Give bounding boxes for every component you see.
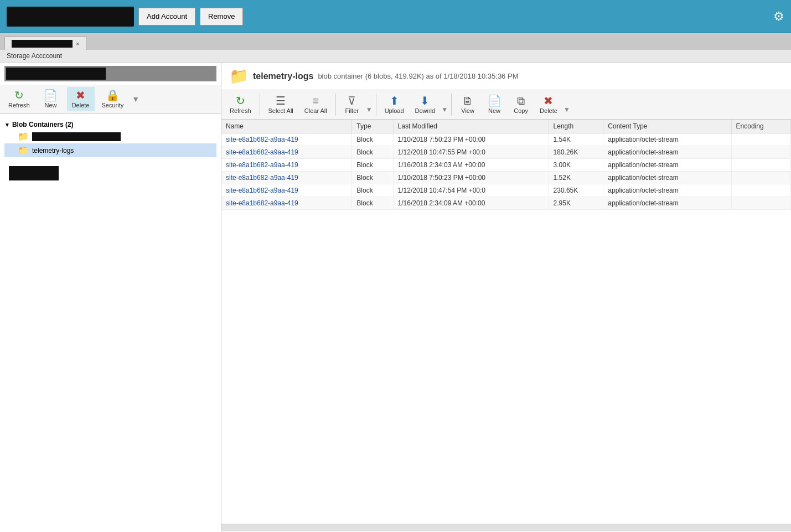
new-button-right[interactable]: 📄 New <box>482 92 507 117</box>
toolbar-separator-3 <box>376 94 376 116</box>
cell-lastmodified: 1/12/2018 10:47:54 PM +00:0 <box>393 184 549 197</box>
new-icon-right: 📄 <box>488 95 502 106</box>
table-row[interactable]: site-e8a1b682-a9aa-419 Block 1/16/2018 2… <box>221 197 791 210</box>
main-layout: ↻ Refresh 📄 New ✖ Delete 🔒 Security ▼ ▼ <box>0 63 791 531</box>
table-body: site-e8a1b682-a9aa-419 Block 1/10/2018 7… <box>221 133 791 210</box>
cell-length: 1.54K <box>549 133 603 146</box>
delete-dropdown-arrow[interactable]: ▼ <box>563 106 570 113</box>
col-header-encoding[interactable]: Encoding <box>731 120 790 133</box>
cell-type: Block <box>352 184 393 197</box>
left-search-area <box>4 66 216 81</box>
left-toolbar: ↻ Refresh 📄 New ✖ Delete 🔒 Security ▼ <box>0 85 221 114</box>
new-label-left: New <box>45 102 57 109</box>
cell-encoding <box>731 197 790 210</box>
tab-account-label <box>12 40 73 48</box>
refresh-button-left[interactable]: ↻ Refresh <box>3 87 35 111</box>
add-account-button[interactable]: Add Account <box>138 8 195 25</box>
table-row[interactable]: site-e8a1b682-a9aa-419 Block 1/16/2018 2… <box>221 159 791 172</box>
copy-label: Copy <box>514 107 528 114</box>
container-folder-icon: 📁 <box>229 67 249 85</box>
new-button-left[interactable]: 📄 New <box>37 87 65 111</box>
col-header-length[interactable]: Length <box>549 120 603 133</box>
col-header-name[interactable]: Name <box>221 120 352 133</box>
download-dropdown-arrow[interactable]: ▼ <box>441 106 448 113</box>
upload-icon: ⬆ <box>390 95 399 106</box>
cell-encoding <box>731 133 790 146</box>
toolbar-separator-2 <box>335 94 336 116</box>
collapse-arrow: ▼ <box>4 122 10 128</box>
cell-lastmodified: 1/12/2018 10:47:55 PM +00:0 <box>393 146 549 159</box>
cell-type: Block <box>352 133 393 146</box>
view-button[interactable]: 🗎 View <box>455 92 480 117</box>
container-meta: blob container (6 blobs, 419.92K) as of … <box>318 72 518 80</box>
cell-encoding <box>731 159 790 172</box>
upload-button[interactable]: ⬆ Upload <box>380 92 409 117</box>
toolbar-separator-1 <box>260 94 260 116</box>
filter-button[interactable]: ⊽ Filter <box>339 92 365 117</box>
filter-label: Filter <box>345 107 359 114</box>
col-header-lastmodified[interactable]: Last Modified <box>393 120 549 133</box>
table-header: Name Type Last Modified Length Content T… <box>221 120 791 133</box>
folder-icon-1: 📁 <box>18 131 29 142</box>
blob-containers-header[interactable]: ▼ Blob Containers (2) <box>4 120 216 130</box>
copy-button[interactable]: ⧉ Copy <box>508 92 534 117</box>
cell-contenttype: application/octet-stream <box>603 159 731 172</box>
horizontal-scrollbar[interactable] <box>221 524 791 531</box>
container-header: 📁 telemetry-logs blob container (6 blobs… <box>221 63 791 90</box>
cell-lastmodified: 1/10/2018 7:50:23 PM +00:00 <box>393 172 549 184</box>
cell-length: 230.65K <box>549 184 603 197</box>
account-tab[interactable]: × <box>4 37 86 50</box>
cell-encoding <box>731 172 790 184</box>
clear-all-button[interactable]: ≡ Clear All <box>299 92 332 117</box>
table-row[interactable]: site-e8a1b682-a9aa-419 Block 1/10/2018 7… <box>221 133 791 146</box>
cell-length: 180.26K <box>549 146 603 159</box>
tree-item-name-1 <box>32 132 121 141</box>
table-row[interactable]: site-e8a1b682-a9aa-419 Block 1/12/2018 1… <box>221 146 791 159</box>
table-row[interactable]: site-e8a1b682-a9aa-419 Block 1/10/2018 7… <box>221 172 791 184</box>
search-input[interactable] <box>6 68 106 80</box>
tree-item-redacted[interactable]: 📁 <box>4 130 216 143</box>
cell-type: Block <box>352 172 393 184</box>
copy-icon: ⧉ <box>517 95 525 106</box>
cell-length: 1.52K <box>549 172 603 184</box>
cell-lastmodified: 1/16/2018 2:34:09 AM +00:00 <box>393 197 549 210</box>
cell-name: site-e8a1b682-a9aa-419 <box>221 172 352 184</box>
download-button[interactable]: ⬇ Downld <box>410 92 441 117</box>
refresh-button-right[interactable]: ↻ Refresh <box>225 92 256 117</box>
tab-close-button[interactable]: × <box>76 40 79 47</box>
settings-icon[interactable]: ⚙ <box>773 9 784 24</box>
cell-type: Block <box>352 159 393 172</box>
account-selector[interactable] <box>7 7 134 27</box>
blob-table-scroll[interactable]: Name Type Last Modified Length Content T… <box>221 120 791 524</box>
cell-name: site-e8a1b682-a9aa-419 <box>221 159 352 172</box>
tree-item-telemetry[interactable]: 📁 telemetry-logs <box>4 143 216 157</box>
col-header-contenttype[interactable]: Content Type <box>603 120 731 133</box>
delete-label-right: Delete <box>540 107 557 114</box>
cell-lastmodified: 1/10/2018 7:50:23 PM +00:00 <box>393 133 549 146</box>
refresh-icon-right: ↻ <box>236 95 245 106</box>
filter-dropdown-arrow[interactable]: ▼ <box>366 106 373 113</box>
select-all-label: Select All <box>268 107 293 114</box>
new-label-right: New <box>488 107 500 114</box>
delete-button-right[interactable]: ✖ Delete <box>535 92 562 117</box>
delete-button-left[interactable]: ✖ Delete <box>67 87 95 111</box>
cell-length: 3.00K <box>549 159 603 172</box>
col-header-type[interactable]: Type <box>352 120 393 133</box>
cell-lastmodified: 1/16/2018 2:34:03 AM +00:00 <box>393 159 549 172</box>
refresh-label-left: Refresh <box>8 102 30 109</box>
table-row[interactable]: site-e8a1b682-a9aa-419 Block 1/12/2018 1… <box>221 184 791 197</box>
refresh-icon-left: ↻ <box>14 90 24 101</box>
security-icon-left: 🔒 <box>106 90 120 101</box>
left-bottom-area <box>0 159 221 189</box>
refresh-label-right: Refresh <box>230 107 251 114</box>
security-button-left[interactable]: 🔒 Security <box>97 87 129 111</box>
tree-item-name-2: telemetry-logs <box>32 147 74 154</box>
cell-name: site-e8a1b682-a9aa-419 <box>221 146 352 159</box>
select-all-button[interactable]: ☰ Select All <box>263 92 298 117</box>
left-toolbar-dropdown[interactable]: ▼ <box>132 95 139 104</box>
cell-encoding <box>731 184 790 197</box>
remove-button[interactable]: Remove <box>200 8 243 25</box>
cell-name: site-e8a1b682-a9aa-419 <box>221 133 352 146</box>
security-label-left: Security <box>102 102 124 109</box>
upload-label: Upload <box>385 107 404 114</box>
